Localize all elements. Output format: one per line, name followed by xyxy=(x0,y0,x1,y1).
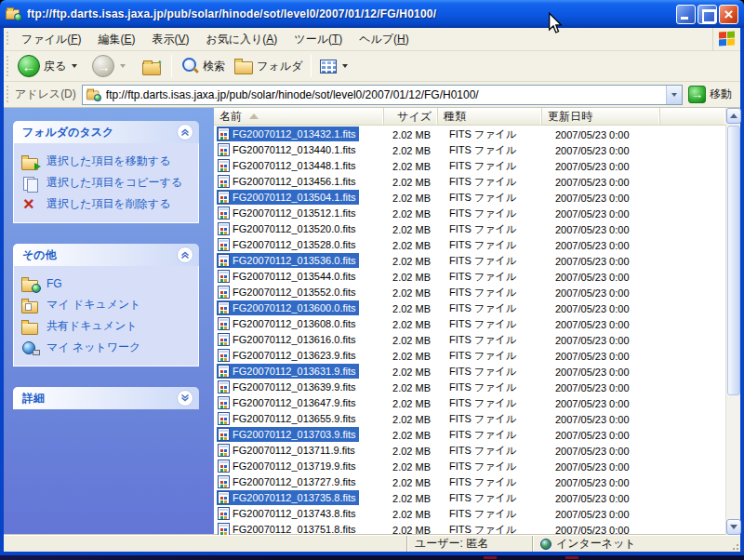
address-input[interactable]: ftp://ftp.darts.isas.jaxa.jp/pub/solar/h… xyxy=(82,85,683,105)
file-row[interactable]: FG20070112_013727.9.fits2.02 MBFITS ファイル… xyxy=(214,474,725,490)
sidebar-item-my-network[interactable]: マイ ネットワーク xyxy=(21,337,194,358)
file-name-chip[interactable]: FG20070112_013432.1.fits xyxy=(217,127,359,141)
file-name-chip[interactable]: FG20070112_013703.9.fits xyxy=(217,427,359,442)
views-dropdown-icon[interactable] xyxy=(342,64,348,68)
file-row[interactable]: FG20070112_013743.8.fits2.02 MBFITS ファイル… xyxy=(214,506,725,522)
file-name-chip[interactable]: FG20070112_013631.9.fits xyxy=(217,364,359,379)
panel-other-places-header[interactable]: その他 xyxy=(13,244,199,266)
file-name-chip[interactable]: FG20070112_013639.9.fits xyxy=(217,380,359,394)
file-name-chip[interactable]: FG20070112_013456.1.fits xyxy=(217,174,359,189)
file-name-chip[interactable]: FG20070112_013743.8.fits xyxy=(217,506,359,521)
maximize-button[interactable] xyxy=(698,5,717,24)
sidebar-item-shared-documents[interactable]: 共有ドキュメント xyxy=(21,315,194,337)
file-name-chip[interactable]: FG20070112_013448.1.fits xyxy=(217,158,359,173)
panel-folder-tasks-header[interactable]: フォルダのタスク xyxy=(13,121,199,143)
file-name-chip[interactable]: FG20070112_013647.9.fits xyxy=(217,395,359,410)
file-row[interactable]: FG20070112_013544.0.fits2.02 MBFITS ファイル… xyxy=(214,269,725,285)
up-button[interactable]: ↑ xyxy=(138,56,167,77)
views-button[interactable] xyxy=(315,58,352,75)
scroll-up-button[interactable] xyxy=(726,108,741,124)
file-name-chip[interactable]: FG20070112_013544.0.fits xyxy=(217,269,359,284)
column-header-modified[interactable]: 更新日時 xyxy=(542,108,660,125)
file-name-chip[interactable]: FG20070112_013735.8.fits xyxy=(217,490,359,505)
file-row[interactable]: FG20070112_013536.0.fits2.02 MBFITS ファイル… xyxy=(214,253,725,269)
menu-item-f[interactable]: ファイル(F) xyxy=(13,29,89,50)
search-button[interactable]: 検索 xyxy=(176,55,230,77)
sidebar-item-move-item[interactable]: 選択した項目を移動する xyxy=(21,151,194,172)
file-row[interactable]: FG20070112_013647.9.fits2.02 MBFITS ファイル… xyxy=(214,395,725,411)
address-dropdown-button[interactable] xyxy=(666,86,682,104)
column-header-type[interactable]: 種類 xyxy=(438,108,542,125)
file-name-chip[interactable]: FG20070112_013623.9.fits xyxy=(217,348,359,363)
sidebar-item-delete-item[interactable]: 選択した項目を削除する xyxy=(21,193,194,215)
file-name-chip[interactable]: FG20070112_013536.0.fits xyxy=(217,253,359,268)
back-dropdown-icon[interactable] xyxy=(72,64,77,68)
file-name-chip[interactable]: FG20070112_013711.9.fits xyxy=(217,443,358,458)
file-row[interactable]: FG20070112_013448.1.fits2.02 MBFITS ファイル… xyxy=(214,158,725,174)
file-name-chip[interactable]: FG20070112_013751.8.fits xyxy=(217,522,359,535)
file-row[interactable]: FG20070112_013552.0.fits2.02 MBFITS ファイル… xyxy=(214,285,725,300)
file-row[interactable]: FG20070112_013631.9.fits2.02 MBFITS ファイル… xyxy=(214,364,725,380)
menu-item-a[interactable]: お気に入り(A) xyxy=(198,29,286,50)
address-value[interactable]: ftp://ftp.darts.isas.jaxa.jp/pub/solar/h… xyxy=(106,88,666,101)
file-row[interactable]: FG20070112_013711.9.fits2.02 MBFITS ファイル… xyxy=(214,443,725,459)
panel-details-header[interactable]: 詳細 xyxy=(13,387,199,409)
file-row[interactable]: FG20070112_013623.9.fits2.02 MBFITS ファイル… xyxy=(214,348,725,364)
file-row[interactable]: FG20070112_013504.1.fits2.02 MBFITS ファイル… xyxy=(214,190,725,206)
menu-item-v[interactable]: 表示(V) xyxy=(143,29,197,50)
go-button[interactable]: → 移動 xyxy=(683,84,737,105)
file-row[interactable]: FG20070112_013751.8.fits2.02 MBFITS ファイル… xyxy=(214,522,725,535)
file-row[interactable]: FG20070112_013440.1.fits2.02 MBFITS ファイル… xyxy=(214,142,725,158)
resize-grip[interactable] xyxy=(727,536,740,552)
file-name-chip[interactable]: FG20070112_013552.0.fits xyxy=(217,285,359,300)
file-name-chip[interactable]: FG20070112_013512.1.fits xyxy=(217,206,359,220)
file-row[interactable]: FG20070112_013655.9.fits2.02 MBFITS ファイル… xyxy=(214,411,725,427)
file-name-chip[interactable]: FG20070112_013504.1.fits xyxy=(217,190,359,205)
file-row[interactable]: FG20070112_013639.9.fits2.02 MBFITS ファイル… xyxy=(214,380,725,395)
scrollbar-thumb[interactable] xyxy=(727,126,740,395)
folders-button[interactable]: フォルダ xyxy=(230,57,307,76)
file-row[interactable]: FG20070112_013520.0.fits2.02 MBFITS ファイル… xyxy=(214,221,725,237)
column-header-name[interactable]: 名前 xyxy=(214,108,384,125)
column-header-filler xyxy=(660,108,725,125)
title-bar[interactable]: ftp://ftp.darts.isas.jaxa.jp/pub/solar/h… xyxy=(0,0,744,28)
file-name-chip[interactable]: FG20070112_013655.9.fits xyxy=(217,411,359,426)
file-row[interactable]: FG20070112_013528.0.fits2.02 MBFITS ファイル… xyxy=(214,237,725,253)
file-row[interactable]: FG20070112_013703.9.fits2.02 MBFITS ファイル… xyxy=(214,427,725,443)
file-row[interactable]: FG20070112_013456.1.fits2.02 MBFITS ファイル… xyxy=(214,174,725,190)
scroll-down-button[interactable] xyxy=(726,519,741,535)
file-row[interactable]: FG20070112_013735.8.fits2.02 MBFITS ファイル… xyxy=(214,490,725,506)
sidebar-item-my-documents[interactable]: マイ ドキュメント xyxy=(21,294,194,315)
file-name-chip[interactable]: FG20070112_013520.0.fits xyxy=(217,221,359,236)
vertical-scrollbar[interactable] xyxy=(725,108,740,535)
file-name-chip[interactable]: FG20070112_013616.0.fits xyxy=(217,332,359,347)
back-button[interactable]: ← 戻る xyxy=(13,53,82,79)
sidebar-item-copy-item[interactable]: 選択した項目をコピーする xyxy=(21,172,194,193)
menu-item-h[interactable]: ヘルプ(H) xyxy=(351,29,418,50)
minimize-button[interactable] xyxy=(676,5,696,24)
file-row[interactable]: FG20070112_013719.9.fits2.02 MBFITS ファイル… xyxy=(214,459,725,474)
menu-item-e[interactable]: 編集(E) xyxy=(89,29,143,50)
file-row[interactable]: FG20070112_013608.0.fits2.02 MBFITS ファイル… xyxy=(214,316,725,332)
forward-button[interactable]: → xyxy=(87,53,130,79)
sidebar-item-ftp-folder[interactable]: FG xyxy=(21,273,194,294)
file-name-chip[interactable]: FG20070112_013600.0.fits xyxy=(217,300,359,315)
menu-item-t[interactable]: ツール(T) xyxy=(286,29,351,50)
column-header-size[interactable]: サイズ xyxy=(384,108,438,125)
file-name-chip[interactable]: FG20070112_013727.9.fits xyxy=(217,474,359,489)
file-name-chip[interactable]: FG20070112_013440.1.fits xyxy=(217,142,359,157)
chevron-up-icon[interactable] xyxy=(177,247,193,263)
file-row[interactable]: FG20070112_013600.0.fits2.02 MBFITS ファイル… xyxy=(214,300,725,316)
file-name-chip[interactable]: FG20070112_013719.9.fits xyxy=(217,459,359,473)
file-row[interactable]: FG20070112_013432.1.fits2.02 MBFITS ファイル… xyxy=(214,127,725,142)
file-row[interactable]: FG20070112_013616.0.fits2.02 MBFITS ファイル… xyxy=(214,332,725,348)
addressbar-grip[interactable] xyxy=(6,86,10,103)
file-name-chip[interactable]: FG20070112_013608.0.fits xyxy=(217,316,359,331)
toolbar-grip[interactable] xyxy=(6,56,10,76)
chevron-down-icon[interactable] xyxy=(177,390,193,407)
menubar-grip[interactable] xyxy=(6,32,10,47)
close-button[interactable] xyxy=(719,5,738,24)
file-name-chip[interactable]: FG20070112_013528.0.fits xyxy=(217,237,359,252)
file-row[interactable]: FG20070112_013512.1.fits2.02 MBFITS ファイル… xyxy=(214,206,725,221)
chevron-up-icon[interactable] xyxy=(177,124,193,140)
